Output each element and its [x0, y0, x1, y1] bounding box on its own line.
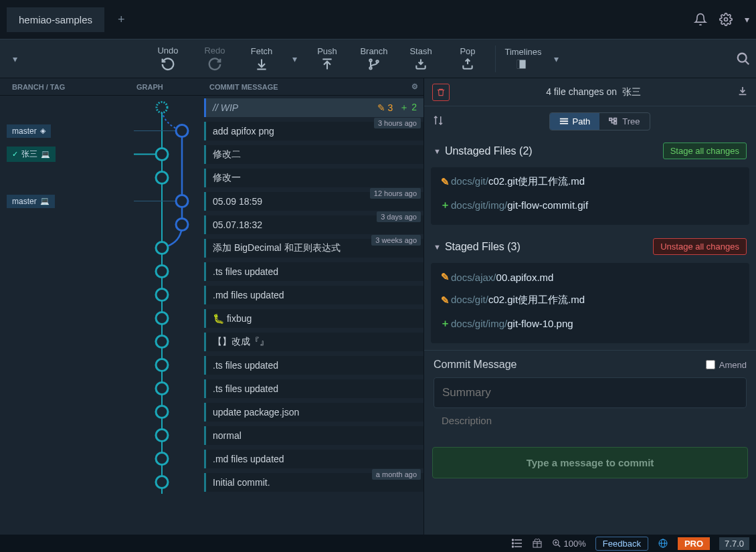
svg-rect-29 [614, 122, 617, 124]
file-row[interactable]: ✎ docs/git/c02.git使用工作流.md [431, 288, 749, 312]
commit-wip[interactable]: // WIP ✎ 3 ＋ 2 [204, 98, 423, 117]
graph-header: GRAPH [134, 83, 204, 91]
branch-pill[interactable]: 张三 💻 [7, 147, 56, 162]
repo-tab[interactable]: hemiao-samples [7, 7, 104, 32]
chevron-down-icon[interactable]: ▾ [745, 14, 749, 25]
push-button[interactable]: Push [304, 46, 351, 71]
commit-row[interactable]: 12 hours ago05.09 18:59 [204, 192, 423, 211]
timelines-dropdown[interactable]: ▾ [547, 54, 565, 64]
time-badge: 3 weeks ago [371, 235, 421, 246]
svg-point-0 [725, 18, 728, 21]
pop-button[interactable]: Pop [444, 46, 491, 71]
toolbar: ▾ Undo Redo Fetch ▾ Push Branch Stash Po… [0, 39, 756, 78]
unstaged-title: Unstaged Files (2) [445, 145, 533, 157]
redo-button[interactable]: Redo [191, 45, 238, 72]
stash-button[interactable]: Stash [397, 46, 444, 71]
list-icon[interactable] [512, 539, 523, 548]
timelines-button[interactable]: Timelines [500, 47, 547, 70]
stage-all-button[interactable]: Stage all changes [663, 143, 747, 159]
feedback-button[interactable]: Feedback [595, 537, 648, 551]
time-badge: 12 hours ago [370, 188, 421, 199]
svg-rect-5 [517, 60, 520, 69]
staged-title: Staged Files (3) [445, 241, 521, 253]
time-badge: 3 hours ago [374, 118, 421, 128]
column-gear-icon[interactable]: ⚙ [411, 82, 418, 91]
commit-row[interactable]: a month agoInitial commit. [204, 473, 423, 492]
svg-point-32 [512, 546, 513, 547]
description-input[interactable] [434, 412, 747, 433]
changes-summary: 4 file changes on 张三 [458, 86, 729, 98]
svg-point-31 [512, 543, 513, 544]
svg-point-6 [738, 53, 747, 62]
tab-bar: hemiao-samples + ▾ [0, 0, 756, 39]
time-badge: a month ago [372, 469, 421, 480]
unstaged-collapse-icon[interactable]: ▼ [434, 147, 441, 155]
sort-icon[interactable] [432, 114, 444, 128]
branch-pill[interactable]: master ◈ [7, 124, 51, 138]
version-label: 7.7.0 [719, 537, 749, 550]
undo-button[interactable]: Undo [145, 45, 191, 72]
edit-count: ✎ 3 [377, 102, 393, 113]
commit-row[interactable]: update package.json [204, 403, 423, 422]
gift-icon[interactable] [532, 538, 543, 549]
zoom-level[interactable]: 100% [552, 539, 586, 549]
commit-header: COMMIT MESSAGE⚙ [204, 82, 423, 91]
toolbar-dropdown[interactable]: ▾ [5, 54, 24, 64]
svg-point-2 [369, 67, 371, 69]
commit-row[interactable]: .ts files updated [204, 356, 423, 375]
amend-checkbox[interactable]: Amend [706, 360, 747, 370]
commit-button[interactable]: Type a message to commit [432, 447, 748, 478]
commit-row[interactable]: 修改二 [204, 145, 423, 164]
modified-icon: ✎ [439, 271, 451, 283]
fetch-dropdown[interactable]: ▾ [285, 54, 304, 64]
commit-row[interactable]: 🐛 fixbug [204, 309, 423, 328]
fetch-button[interactable]: Fetch [238, 46, 285, 71]
commit-row[interactable]: normal [204, 426, 423, 445]
file-row[interactable]: ✎ docs/git/c02.git使用工作流.md [431, 170, 749, 193]
summary-input[interactable] [434, 377, 747, 408]
added-icon: ＋ [439, 199, 451, 211]
tree-view-button[interactable]: Tree [599, 113, 649, 130]
download-icon[interactable] [737, 86, 748, 98]
modified-icon: ✎ [439, 294, 451, 306]
add-count: ＋ 2 [399, 102, 417, 114]
commit-row[interactable]: .ts files updated [204, 262, 423, 281]
commit-row[interactable]: .md files updated [204, 286, 423, 304]
time-badge: 3 days ago [377, 211, 421, 222]
branch-header: BRANCH / TAG [0, 83, 134, 91]
file-row[interactable]: ✎ docs/ajax/00.apifox.md [431, 266, 749, 288]
file-row[interactable]: ＋ docs/git/img/git-flow-10.png [431, 312, 749, 335]
commit-row[interactable]: 修改一 [204, 169, 423, 187]
bell-icon[interactable] [694, 13, 707, 26]
branch-button[interactable]: Branch [351, 46, 397, 71]
globe-icon[interactable] [658, 538, 668, 549]
commit-row[interactable]: 3 weeks ago添加 BigDecimal 和正则表达式 [204, 239, 423, 258]
add-tab-button[interactable]: + [118, 13, 125, 27]
search-icon[interactable] [736, 52, 751, 66]
staged-collapse-icon[interactable]: ▼ [434, 243, 441, 251]
unstage-all-button[interactable]: Unstage all changes [653, 238, 747, 255]
commit-row[interactable]: .ts files updated [204, 379, 423, 398]
gear-icon[interactable] [719, 13, 733, 26]
commit-row[interactable]: .md files updated [204, 450, 423, 468]
file-row[interactable]: ＋ docs/git/img/git-flow-commit.gif [431, 193, 749, 217]
pro-badge: PRO [678, 537, 710, 550]
commit-row[interactable]: 【】改成『』 [204, 333, 423, 351]
added-icon: ＋ [439, 317, 451, 330]
svg-point-3 [376, 60, 378, 62]
path-view-button[interactable]: Path [550, 113, 600, 130]
branch-pill[interactable]: master 💻 [7, 195, 55, 208]
svg-point-30 [512, 539, 513, 541]
commit-row[interactable]: 3 days ago05.07.18:32 [204, 215, 423, 234]
commit-row[interactable]: 3 hours agoadd apifox png [204, 122, 423, 141]
svg-rect-28 [614, 118, 617, 121]
svg-point-1 [369, 60, 371, 62]
modified-icon: ✎ [439, 176, 451, 188]
commit-message-label: Commit Message [434, 359, 516, 371]
discard-button[interactable] [432, 84, 450, 101]
